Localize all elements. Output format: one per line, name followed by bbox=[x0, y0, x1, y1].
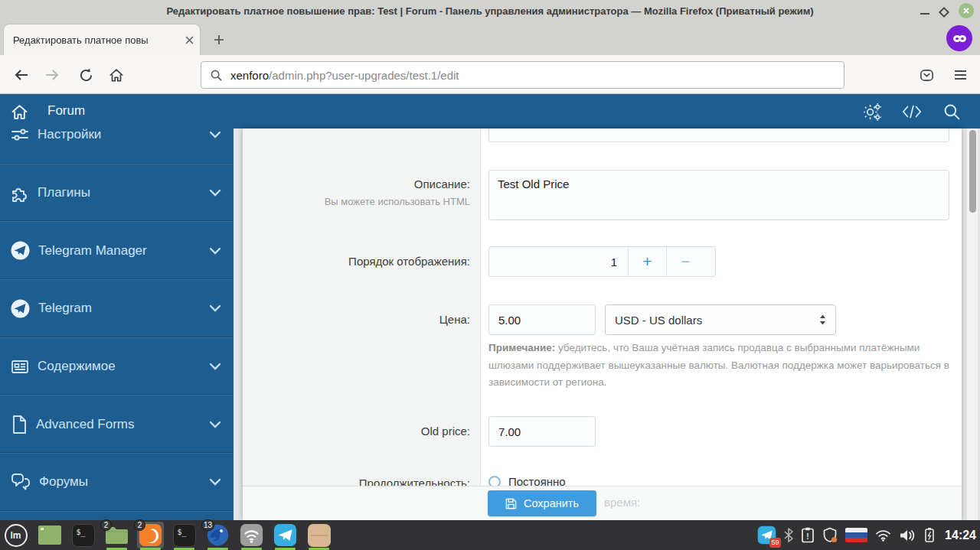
menu-button[interactable] bbox=[949, 64, 971, 86]
window-icon bbox=[38, 526, 61, 545]
taskbar-clock: 14:24 bbox=[945, 529, 976, 542]
tray-security-shield[interactable] bbox=[822, 527, 838, 543]
shield-icon bbox=[822, 527, 838, 543]
scrollbar-thumb[interactable] bbox=[969, 130, 976, 213]
tray-bluetooth[interactable] bbox=[784, 528, 793, 542]
user-upgrade-form: Описание: Вы можете использовать HTML Te… bbox=[243, 129, 962, 520]
terminal-icon: $_ bbox=[173, 524, 196, 547]
taskbar-telegram[interactable] bbox=[272, 522, 299, 548]
new-tab-button[interactable] bbox=[208, 29, 230, 50]
browser-toolbar: xenforo/admin.php?user-upgrades/test.1/e… bbox=[0, 55, 980, 94]
url-domain: xenforo bbox=[230, 69, 269, 82]
hamburger-icon bbox=[954, 70, 967, 80]
bluetooth-icon bbox=[784, 528, 793, 542]
sidebar-item-telegram-manager[interactable]: Telegram Manager bbox=[0, 221, 234, 279]
currency-select[interactable]: USD - US dollars bbox=[605, 304, 836, 335]
window-count-badge: 13 bbox=[201, 519, 214, 531]
tray-wifi[interactable] bbox=[875, 529, 891, 542]
home-button[interactable] bbox=[106, 64, 127, 86]
admin-home-icon bbox=[11, 104, 28, 120]
forward-button[interactable] bbox=[41, 64, 63, 86]
reload-button[interactable] bbox=[75, 64, 96, 86]
tab-close-icon[interactable] bbox=[185, 36, 194, 44]
decrement-button[interactable]: − bbox=[666, 247, 704, 276]
tray-volume[interactable] bbox=[899, 529, 916, 542]
chevron-down-icon bbox=[209, 131, 221, 138]
back-button[interactable] bbox=[11, 64, 32, 86]
tab-bar: Редактировать платное повы bbox=[0, 21, 980, 55]
taskbar-desktop-window[interactable] bbox=[36, 522, 63, 548]
close-button[interactable] bbox=[959, 3, 974, 18]
maximize-button[interactable] bbox=[939, 6, 949, 17]
url-bar[interactable]: xenforo/admin.php?user-upgrades/test.1/e… bbox=[201, 61, 844, 89]
minimize-button[interactable] bbox=[920, 13, 929, 15]
description-label: Описание: bbox=[243, 177, 470, 190]
save-button[interactable]: Сохранить bbox=[488, 490, 596, 516]
app-menu-button[interactable]: lm bbox=[2, 522, 29, 548]
admin-code-button[interactable] bbox=[902, 102, 922, 122]
display-order-input[interactable] bbox=[489, 247, 628, 276]
sidebar-item-label: Advanced Forms bbox=[36, 417, 209, 432]
russian-flag-icon bbox=[845, 528, 867, 542]
browser-tab[interactable]: Редактировать платное повы bbox=[3, 24, 201, 55]
taskbar-network-app[interactable] bbox=[238, 522, 265, 548]
admin-search-icon bbox=[943, 103, 961, 121]
chevron-down-icon bbox=[209, 304, 221, 312]
currency-note: Примечание: убедитесь, что Ваша учётная … bbox=[488, 340, 960, 392]
description-hint: Вы можете использовать HTML bbox=[243, 196, 470, 207]
display-order-group: + − bbox=[488, 246, 716, 277]
tray-language-flag[interactable] bbox=[845, 528, 867, 542]
tray-battery[interactable] bbox=[923, 527, 936, 543]
battery-charging-icon bbox=[923, 527, 936, 543]
taskbar-file-manager[interactable]: 2 bbox=[103, 522, 130, 548]
page: Настройки Плагины Telegram Manager Teleg… bbox=[0, 129, 980, 520]
chevron-down-icon bbox=[209, 421, 221, 428]
select-arrows-icon bbox=[819, 314, 826, 325]
window-count-badge: 2 bbox=[134, 519, 145, 531]
admin-settings-button[interactable] bbox=[862, 102, 882, 122]
taskbar-terminal-1[interactable]: $_ bbox=[70, 522, 96, 548]
mint-logo-icon: lm bbox=[5, 524, 28, 547]
old-price-input[interactable] bbox=[488, 416, 596, 447]
clipboard-icon: ! bbox=[801, 527, 815, 543]
back-icon bbox=[14, 69, 29, 81]
sidebar-item-settings[interactable]: Настройки bbox=[0, 129, 234, 164]
sidebar-item-forums[interactable]: Форумы bbox=[0, 453, 234, 511]
url-text: xenforo/admin.php?user-upgrades/test.1/e… bbox=[230, 69, 459, 82]
reload-icon bbox=[79, 68, 93, 83]
taskbar-thunderbird[interactable]: 13 bbox=[204, 522, 231, 548]
sidebar-item-content[interactable]: Содержимое bbox=[0, 337, 234, 395]
sidebar-item-advanced-forms[interactable]: Advanced Forms bbox=[0, 395, 234, 453]
page-scrollbar[interactable] bbox=[966, 129, 978, 520]
price-label: Цена: bbox=[243, 313, 470, 326]
price-input[interactable] bbox=[488, 304, 596, 335]
telegram-icon bbox=[10, 240, 31, 261]
sidebar-item-plugins[interactable]: Плагины bbox=[0, 164, 234, 222]
chevron-down-icon bbox=[209, 478, 221, 486]
telegram-app-icon bbox=[273, 523, 297, 547]
sidebar-item-label: Telegram Manager bbox=[38, 243, 209, 259]
note-text: убедитесь, что Ваша учётная запись прода… bbox=[488, 342, 949, 388]
title-input-partial[interactable] bbox=[488, 129, 949, 142]
increment-button[interactable]: + bbox=[628, 247, 666, 276]
taskbar-terminal-2[interactable]: $_ bbox=[171, 522, 198, 548]
mint-logo-label: lm bbox=[10, 530, 21, 541]
admin-brand[interactable]: Forum bbox=[47, 103, 85, 119]
taskbar-notes[interactable] bbox=[305, 522, 332, 548]
tab-title: Редактировать платное повы bbox=[13, 34, 185, 46]
terminal-icon: $_ bbox=[72, 524, 95, 547]
admin-search-button[interactable] bbox=[942, 102, 962, 122]
tray-telegram[interactable]: 59 bbox=[757, 526, 776, 545]
unread-count-badge: 59 bbox=[769, 538, 781, 548]
sidebar-item-telegram[interactable]: Telegram bbox=[0, 279, 234, 337]
admin-home-button[interactable] bbox=[9, 102, 29, 122]
sliders-icon bbox=[10, 129, 30, 145]
home-icon bbox=[109, 68, 124, 83]
close-icon bbox=[962, 7, 970, 15]
description-textarea[interactable]: Test Old Price bbox=[488, 170, 949, 220]
save-icon bbox=[505, 498, 517, 509]
taskbar-firefox[interactable]: 2 bbox=[137, 522, 164, 548]
pocket-button[interactable] bbox=[916, 64, 937, 86]
code-icon bbox=[902, 104, 922, 119]
tray-clipboard[interactable]: ! bbox=[801, 527, 815, 543]
